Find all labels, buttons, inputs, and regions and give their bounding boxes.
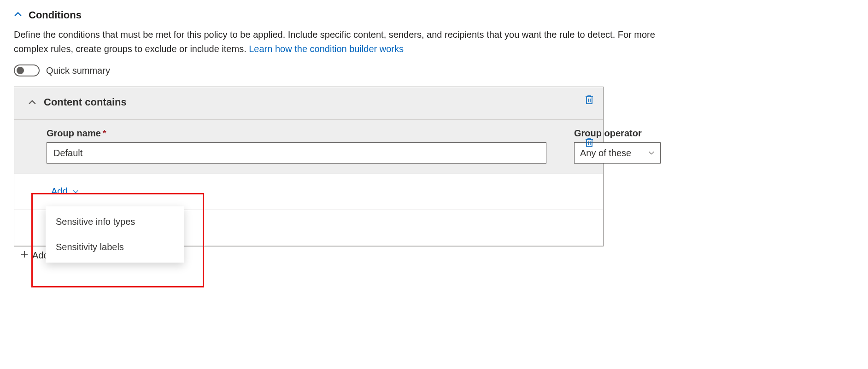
add-row: Add Sensitive info types Sensitivity lab… <box>14 174 603 210</box>
group-name-label-text: Group name <box>47 128 101 138</box>
add-dropdown-menu: Sensitive info types Sensitivity labels <box>46 206 184 263</box>
trash-icon[interactable] <box>585 94 594 107</box>
condition-card: Content contains Group name* Group opera… <box>14 87 604 246</box>
quick-summary-toggle[interactable] <box>14 64 40 76</box>
group-row: Group name* Group operator Any of these <box>14 120 603 174</box>
add-label: Add <box>51 186 68 197</box>
learn-link[interactable]: Learn how the condition builder works <box>249 44 404 54</box>
required-star: * <box>103 128 106 138</box>
menu-item-sensitivity-labels[interactable]: Sensitivity labels <box>46 234 184 260</box>
section-description: Define the conditions that must be met f… <box>14 28 668 56</box>
quick-summary-label: Quick summary <box>46 65 110 76</box>
group-name-field: Group name* <box>47 128 546 164</box>
quick-summary-row: Quick summary <box>14 64 854 76</box>
trash-icon[interactable] <box>585 137 594 150</box>
menu-item-sensitive-info-types[interactable]: Sensitive info types <box>46 209 184 234</box>
conditions-section-toggle[interactable]: Conditions <box>14 9 854 21</box>
chevron-down-icon <box>644 148 655 158</box>
toggle-knob <box>17 67 24 74</box>
section-title: Conditions <box>29 9 82 21</box>
group-name-label: Group name* <box>47 128 546 139</box>
page-root: Conditions Define the conditions that mu… <box>0 0 868 369</box>
add-dropdown-trigger[interactable]: Add <box>51 186 79 197</box>
chevron-up-icon <box>14 10 22 21</box>
group-name-input[interactable] <box>47 142 546 164</box>
card-header: Content contains <box>14 87 603 120</box>
card-title: Content contains <box>44 96 127 108</box>
plus-icon <box>20 250 29 261</box>
chevron-down-icon <box>72 186 79 197</box>
chevron-up-icon[interactable] <box>28 98 36 106</box>
